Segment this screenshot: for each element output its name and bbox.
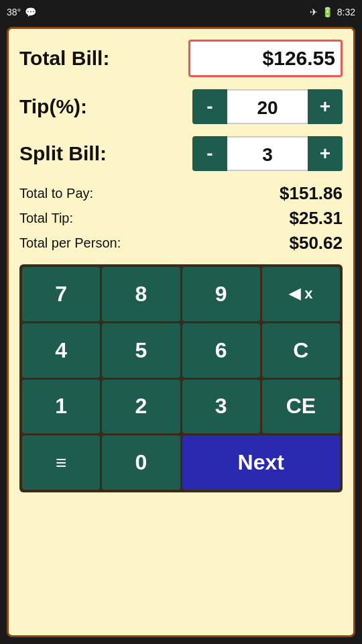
key-6[interactable]: 6 [182,323,260,378]
tip-label: Tip(%): [19,95,87,118]
total-bill-label: Total Bill: [19,47,109,70]
battery-icon: 🔋 [322,7,333,17]
status-bar: 38° 💬 ✈ 🔋 8:32 [0,0,362,24]
split-bill-row: Split Bill: - 3 + [19,136,343,171]
split-increase-button[interactable]: + [308,136,343,171]
tip-decrease-button[interactable]: - [192,89,227,124]
temperature: 38° [7,7,21,17]
key-0[interactable]: 0 [102,435,180,490]
total-to-pay-row: Total to Pay: $151.86 [19,183,343,204]
total-tip-value: $25.31 [289,208,343,229]
key-3[interactable]: 3 [182,380,260,434]
tip-row: Tip(%): - 20 + [19,89,343,124]
total-bill-row: Total Bill: [19,40,343,77]
total-tip-label: Total Tip: [19,211,73,226]
total-bill-input[interactable] [188,40,343,77]
total-per-person-label: Total per Person: [19,235,121,251]
key-7[interactable]: 7 [22,267,100,321]
key-clear[interactable]: C [262,323,340,378]
split-value: 3 [227,136,308,171]
split-decrease-button[interactable]: - [192,136,227,171]
results-section: Total to Pay: $151.86 Total Tip: $25.31 … [19,183,343,254]
airplane-icon: ✈ [310,7,318,17]
split-bill-label: Split Bill: [19,142,107,165]
keypad: 7 8 9 ◀ x 4 5 6 C 1 2 3 CE ≡ 0 Next [19,264,343,492]
split-stepper: - 3 + [192,136,343,171]
key-2[interactable]: 2 [102,380,180,434]
status-left: 38° 💬 [7,7,36,17]
total-to-pay-label: Total to Pay: [19,186,93,201]
key-8[interactable]: 8 [102,267,180,321]
key-4[interactable]: 4 [22,323,100,378]
app-container: Total Bill: Tip(%): - 20 + Split Bill: -… [7,27,355,637]
total-tip-row: Total Tip: $25.31 [19,208,343,229]
key-5[interactable]: 5 [102,323,180,378]
next-button[interactable]: Next [182,435,341,490]
clock: 8:32 [337,7,355,17]
chat-icon: 💬 [25,7,36,17]
status-right: ✈ 🔋 8:32 [310,7,355,17]
total-per-person-row: Total per Person: $50.62 [19,233,343,254]
key-backspace[interactable]: ◀ x [262,267,340,321]
tip-value: 20 [227,89,308,124]
key-1[interactable]: 1 [22,380,100,434]
key-clear-entry[interactable]: CE [262,380,340,434]
total-to-pay-value: $151.86 [280,183,343,204]
key-menu[interactable]: ≡ [22,435,100,490]
key-9[interactable]: 9 [182,267,260,321]
tip-increase-button[interactable]: + [308,89,343,124]
tip-stepper: - 20 + [192,89,343,124]
total-per-person-value: $50.62 [289,233,343,254]
